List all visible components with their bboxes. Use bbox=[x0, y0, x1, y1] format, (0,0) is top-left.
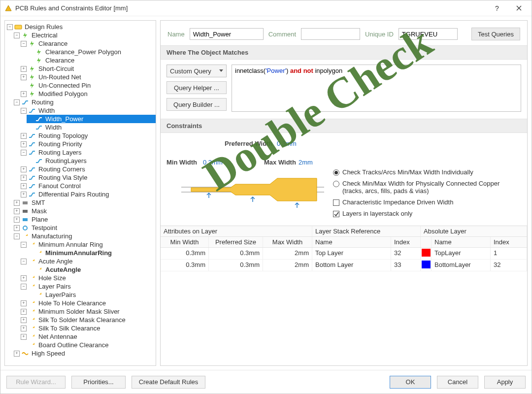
rule-detail: Name Comment Unique ID Test Queries Wher… bbox=[160, 20, 528, 366]
help-button[interactable]: ? bbox=[486, 1, 508, 16]
tree-root[interactable]: −Design Rules bbox=[6, 23, 156, 31]
tree-manufacturing[interactable]: −Manufacturing bbox=[13, 232, 156, 240]
max-width-value[interactable]: 2mm bbox=[299, 159, 313, 166]
tree-hole-size[interactable]: +Hole Size bbox=[20, 274, 156, 282]
layer-grid[interactable]: Attributes on Layer Layer Stack Referenc… bbox=[161, 226, 527, 271]
tree-short-circuit[interactable]: +Short-Circuit bbox=[20, 65, 156, 73]
tree-clearance-rule[interactable]: Clearance bbox=[27, 56, 156, 65]
col-layer-index[interactable]: Index bbox=[391, 237, 421, 247]
query-editor[interactable]: innetclass('Power') and not inpolygon bbox=[232, 65, 521, 112]
min-width-value[interactable]: 0.3mm bbox=[203, 159, 223, 166]
col-abs-index[interactable]: Index bbox=[491, 237, 527, 247]
name-input[interactable] bbox=[190, 28, 264, 40]
tree-plane[interactable]: +Plane bbox=[13, 215, 156, 224]
grid-group-absolute: Absolute Layer bbox=[421, 226, 527, 236]
app-icon bbox=[4, 4, 12, 12]
tree-routing-corners[interactable]: +Routing Corners bbox=[20, 165, 156, 173]
close-button[interactable] bbox=[508, 1, 530, 16]
preferred-width-label: Preferred Width bbox=[225, 140, 272, 147]
priorities-button[interactable]: Priorities... bbox=[71, 376, 126, 389]
tree-mask[interactable]: +Mask bbox=[13, 207, 156, 215]
opt-check-individually[interactable]: Check Tracks/Arcs Min/Max Width Individu… bbox=[333, 168, 521, 176]
titlebar: PCB Rules and Constraints Editor [mm] ? bbox=[0, 0, 532, 16]
radio-icon bbox=[333, 169, 339, 176]
svg-rect-1 bbox=[23, 201, 28, 204]
svg-rect-0 bbox=[15, 25, 22, 29]
tree-fanout-control[interactable]: +Fanout Control bbox=[20, 182, 156, 190]
col-abs-name[interactable]: Name bbox=[432, 237, 491, 247]
tree-silk-to-solder-mask[interactable]: +Silk To Solder Mask Clearance bbox=[20, 316, 156, 324]
query-helper-button[interactable]: Query Helper ... bbox=[166, 81, 227, 94]
tree-hole-to-hole[interactable]: +Hole To Hole Clearance bbox=[20, 299, 156, 307]
tree-routing[interactable]: −Routing bbox=[13, 98, 156, 106]
chevron-down-icon bbox=[219, 69, 223, 72]
radio-icon bbox=[333, 181, 339, 187]
apply-button[interactable]: Apply bbox=[484, 376, 526, 389]
unique-id-label: Unique ID bbox=[365, 31, 394, 38]
checkbox-icon bbox=[333, 199, 339, 206]
ok-button[interactable]: OK bbox=[390, 376, 431, 389]
col-min-width[interactable]: Min Width bbox=[161, 237, 209, 247]
rules-tree[interactable]: −Design Rules −Electrical −Clearance Cle… bbox=[4, 20, 156, 366]
match-mode-dropdown[interactable]: Custom Query bbox=[166, 65, 227, 77]
tree-unrouted-net[interactable]: +Un-Routed Net bbox=[20, 73, 156, 81]
tree-testpoint[interactable]: +Testpoint bbox=[13, 224, 156, 232]
tree-clearance-power-polygon[interactable]: Clearance_Power Polygon bbox=[27, 48, 156, 56]
col-layer-name[interactable]: Name bbox=[312, 237, 391, 247]
constraints-section: Constraints bbox=[161, 119, 527, 133]
tree-min-annular-ring-rule[interactable]: MinimumAnnularRing bbox=[27, 249, 156, 257]
tree-diff-pairs[interactable]: +Differential Pairs Routing bbox=[20, 190, 156, 198]
name-label: Name bbox=[167, 31, 185, 38]
comment-input[interactable] bbox=[301, 28, 360, 40]
window-title: PCB Rules and Constraints Editor [mm] bbox=[15, 4, 486, 12]
tree-clearance-group[interactable]: −Clearance bbox=[20, 39, 156, 48]
svg-rect-2 bbox=[23, 210, 28, 213]
tree-routing-priority[interactable]: +Routing Priority bbox=[20, 140, 156, 148]
tree-smt[interactable]: +SMT bbox=[13, 198, 156, 207]
grid-group-layerstack: Layer Stack Reference bbox=[312, 226, 421, 236]
opt-impedance-driven[interactable]: Characteristic Impedance Driven Width bbox=[333, 198, 521, 206]
tree-layer-pairs-group[interactable]: −Layer Pairs bbox=[20, 282, 156, 291]
tree-width-rule[interactable]: Width bbox=[27, 123, 156, 131]
tree-high-speed[interactable]: +High Speed bbox=[13, 349, 156, 358]
tree-electrical[interactable]: −Electrical bbox=[13, 31, 156, 39]
table-row[interactable]: 0.3mm0.3mm2mmTop Layer32TopLayer1 bbox=[161, 248, 527, 260]
opt-layers-in-stack[interactable]: Layers in layerstack only bbox=[333, 210, 521, 217]
dialog-footer: Rule Wizard... Priorities... Create Defa… bbox=[0, 370, 532, 394]
table-row[interactable]: 0.3mm0.3mm2mmBottom Layer33BottomLayer32 bbox=[161, 260, 527, 271]
svg-point-4 bbox=[23, 226, 27, 230]
tree-unconnected-pin[interactable]: Un-Connected Pin bbox=[20, 81, 156, 90]
tree-board-outline-clearance[interactable]: Board Outline Clearance bbox=[20, 341, 156, 349]
tree-routing-via-style[interactable]: +Routing Via Style bbox=[20, 173, 156, 182]
create-default-rules-button[interactable]: Create Default Rules bbox=[132, 376, 205, 389]
tree-min-annular-ring-group[interactable]: −Minimum Annular Ring bbox=[20, 240, 156, 249]
tree-routing-topology[interactable]: +Routing Topology bbox=[20, 131, 156, 140]
width-diagram: Preferred Width 0.3mm Min Width 0.3mm Ma… bbox=[166, 140, 324, 224]
cancel-button[interactable]: Cancel bbox=[437, 376, 478, 389]
tree-modified-polygon[interactable]: +Modified Polygon bbox=[20, 90, 156, 98]
col-max-width[interactable]: Max Width bbox=[263, 237, 312, 247]
svg-rect-3 bbox=[23, 218, 28, 221]
tree-min-solder-mask-sliver[interactable]: +Minimum Solder Mask Sliver bbox=[20, 307, 156, 316]
tree-routing-layers-group[interactable]: −Routing Layers bbox=[20, 148, 156, 157]
tree-width-power[interactable]: Width_Power bbox=[27, 115, 156, 123]
tree-silk-to-silk[interactable]: +Silk To Silk Clearance bbox=[20, 324, 156, 332]
where-matches-section: Where The Object Matches bbox=[161, 45, 527, 60]
query-builder-button[interactable]: Query Builder ... bbox=[166, 98, 227, 111]
col-pref-size[interactable]: Preferred Size bbox=[209, 237, 263, 247]
unique-id-input[interactable] bbox=[399, 28, 458, 40]
track-shape-icon bbox=[181, 169, 324, 214]
tree-width-group[interactable]: −Width bbox=[20, 106, 156, 115]
tree-net-antennae[interactable]: +Net Antennae bbox=[20, 332, 156, 341]
tree-acute-angle-rule[interactable]: AcuteAngle bbox=[27, 265, 156, 274]
min-width-label: Min Width bbox=[166, 159, 197, 166]
tree-routing-layers-rule[interactable]: RoutingLayers bbox=[27, 157, 156, 165]
max-width-label: Max Width bbox=[264, 159, 296, 166]
tree-acute-angle-group[interactable]: −Acute Angle bbox=[20, 257, 156, 265]
opt-check-connected-copper[interactable]: Check Min/Max Width for Physically Conne… bbox=[333, 180, 521, 195]
checkbox-icon bbox=[333, 211, 339, 217]
grid-group-attributes: Attributes on Layer bbox=[161, 226, 312, 236]
test-queries-button[interactable]: Test Queries bbox=[471, 28, 520, 40]
preferred-width-value[interactable]: 0.3mm bbox=[277, 140, 297, 147]
tree-layer-pairs-rule[interactable]: LayerPairs bbox=[27, 291, 156, 299]
